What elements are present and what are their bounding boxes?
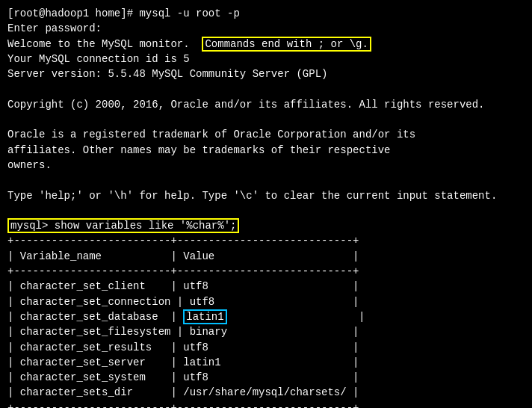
table-border-bot: +-------------------------+-------------… — [7, 401, 525, 408]
table-row-4: | character_set_filesystem | binary | — [7, 324, 525, 339]
table-row-6: | character_set_server | latin1 | — [7, 355, 525, 370]
highlight-latin1: latin1 — [183, 309, 226, 324]
table-row-5: | character_set_results | utf8 | — [7, 340, 525, 355]
line-welcome: Welcome to the MySQL monitor. Commands e… — [7, 37, 525, 52]
line-enter-password: Enter password: — [7, 21, 525, 36]
line-prompt: [root@hadoop1 home]# mysql -u root -p — [7, 6, 525, 21]
line-blank1 — [7, 81, 525, 96]
terminal: [root@hadoop1 home]# mysql -u root -p En… — [0, 0, 532, 408]
highlight-mysql-cmd: mysql> show variables like '%char%'; — [7, 218, 239, 233]
table-row-3: | character_set_database | latin1 | — [7, 309, 525, 324]
highlight-commands: Commands end with ; or \g. — [202, 37, 371, 52]
line-server-version: Server version: 5.5.48 MySQL Community S… — [7, 67, 525, 81]
line-connection-id: Your MySQL connection id is 5 — [7, 52, 525, 67]
line-blank4 — [7, 203, 525, 218]
table-row-7: | character_set_system | utf8 | — [7, 370, 525, 385]
line-oracle1: Oracle is a registered trademark of Orac… — [7, 127, 525, 142]
line-oracle3: owners. — [7, 158, 525, 173]
table-row-2: | character_set_connection | utf8 | — [7, 294, 525, 309]
line-help: Type 'help;' or '\h' for help. Type '\c'… — [7, 188, 525, 203]
line-blank2 — [7, 112, 525, 127]
table-header: | Variable_name | Value | — [7, 249, 525, 264]
table-row-8: | character_sets_dir | /usr/share/mysql/… — [7, 385, 525, 400]
line-blank3 — [7, 173, 525, 188]
table-row-1: | character_set_client | utf8 | — [7, 279, 525, 294]
table-border-mid: +-------------------------+-------------… — [7, 264, 525, 279]
line-mysql-cmd: mysql> show variables like '%char%'; — [7, 218, 525, 233]
table-border-top: +-------------------------+-------------… — [7, 233, 525, 248]
line-copyright: Copyright (c) 2000, 2016, Oracle and/or … — [7, 97, 525, 112]
line-oracle2: affiliates. Other names may be trademark… — [7, 143, 525, 158]
